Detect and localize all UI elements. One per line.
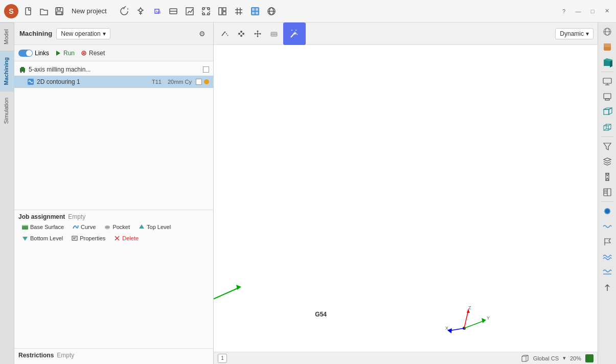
- layout-tool-icon[interactable]: [215, 4, 230, 18]
- book-icon[interactable]: [600, 185, 614, 199]
- front-view-icon[interactable]: [600, 40, 614, 54]
- main-toolbar: N1: [117, 4, 559, 18]
- global-cs-chevron-icon[interactable]: ▾: [563, 355, 566, 361]
- delete-button[interactable]: Delete: [110, 234, 142, 243]
- links-toggle[interactable]: Links: [18, 50, 49, 57]
- magic-wand-button[interactable]: [283, 22, 306, 45]
- bottom-bar-right: Global CS ▾ 20%: [521, 354, 594, 362]
- save-file-icon[interactable]: [53, 5, 65, 17]
- chart-tool-icon[interactable]: [182, 4, 197, 18]
- contouring-label: 2D contouring 1: [37, 78, 148, 85]
- vp-points-icon[interactable]: [234, 27, 248, 41]
- svg-rect-87: [604, 94, 611, 99]
- solid-view-icon[interactable]: [600, 55, 614, 70]
- contouring-checkbox[interactable]: [196, 79, 202, 85]
- main-area: Model Machining Simulation Machining New…: [0, 22, 616, 364]
- svg-point-41: [238, 33, 240, 35]
- svg-line-67: [464, 321, 485, 328]
- move-tool-icon[interactable]: N1: [150, 4, 164, 18]
- svg-rect-34: [72, 236, 77, 240]
- tab-machining[interactable]: Machining: [0, 51, 14, 91]
- layers-icon[interactable]: [600, 154, 614, 169]
- base-surface-button[interactable]: Base Surface: [18, 222, 67, 232]
- grid-tool-icon[interactable]: [232, 4, 246, 18]
- machine-checkbox[interactable]: [203, 66, 209, 73]
- svg-point-4: [139, 9, 142, 12]
- tree-item-contouring[interactable]: 2D contouring 1 T11 20mm Cy: [14, 76, 213, 88]
- delete-icon: [113, 235, 121, 242]
- water-icon[interactable]: [600, 250, 614, 264]
- hatch-icon[interactable]: [600, 204, 614, 218]
- svg-point-54: [291, 30, 292, 31]
- bottom-level-button[interactable]: Bottom Level: [18, 234, 66, 243]
- globe-tool-icon[interactable]: [264, 4, 279, 18]
- top-level-button[interactable]: Top Level: [135, 222, 174, 232]
- svg-rect-17: [223, 12, 226, 15]
- minimize-button[interactable]: —: [573, 6, 583, 16]
- pan-tool-icon[interactable]: [133, 4, 148, 18]
- maximize-button[interactable]: □: [587, 6, 598, 16]
- wave2-icon[interactable]: [600, 265, 614, 280]
- tree-item-machine[interactable]: 5-axis milling machin...: [14, 63, 213, 76]
- titlebar: S New project: [0, 0, 616, 22]
- arrow-up-icon[interactable]: [600, 281, 614, 295]
- svg-rect-14: [202, 8, 210, 15]
- top-level-label: Top Level: [147, 224, 171, 230]
- contouring-tag2: 20mm Cy: [166, 78, 194, 85]
- filter-icon[interactable]: [600, 139, 614, 153]
- app-logo[interactable]: S: [4, 4, 18, 18]
- svg-rect-24: [21, 67, 24, 69]
- monitor-front-icon[interactable]: [600, 74, 614, 88]
- tab-model[interactable]: Model: [0, 22, 14, 51]
- svg-text:N1: N1: [156, 10, 162, 14]
- svg-point-43: [242, 33, 244, 35]
- vp-nodes-icon[interactable]: [250, 27, 265, 41]
- monitor-side-icon[interactable]: [600, 89, 614, 104]
- zoom-label: 20%: [570, 355, 581, 361]
- coord-system-icon: [521, 354, 529, 362]
- cut-tool-icon[interactable]: [166, 4, 180, 18]
- help-button[interactable]: ?: [559, 6, 569, 16]
- pocket-button[interactable]: Pocket: [101, 222, 133, 232]
- tab-simulation[interactable]: Simulation: [0, 91, 14, 130]
- properties-button[interactable]: Properties: [68, 234, 108, 243]
- close-button[interactable]: ✕: [602, 6, 612, 16]
- run-button[interactable]: Run: [55, 50, 75, 57]
- render-tool-icon[interactable]: [248, 4, 262, 18]
- reset-button[interactable]: Reset: [81, 50, 105, 57]
- job-assignment-section: Job assignment Empty Base Surface Curve: [14, 210, 213, 246]
- contouring-status-dot: [204, 79, 209, 84]
- svg-rect-23: [20, 68, 25, 72]
- 3d-viewport[interactable]: Dynamic ▾: [214, 22, 598, 364]
- wave-icon[interactable]: [600, 219, 614, 234]
- job-assignment-title: Job assignment: [18, 213, 65, 220]
- box-3d-icon[interactable]: [600, 105, 614, 119]
- sphere-icon[interactable]: [600, 25, 614, 39]
- svg-marker-91: [609, 108, 612, 115]
- svg-point-56: [295, 30, 296, 31]
- settings-button[interactable]: ⚙: [196, 28, 208, 40]
- svg-rect-2: [57, 8, 60, 10]
- curve-button[interactable]: Curve: [69, 222, 99, 232]
- rotate-tool-icon[interactable]: [117, 4, 131, 18]
- new-file-icon[interactable]: [22, 5, 35, 17]
- svg-point-55: [296, 34, 298, 35]
- left-panel: Machining New operation ▾ ⚙ Links Run Re…: [14, 22, 214, 364]
- vp-surface-icon[interactable]: [267, 27, 281, 41]
- links-toggle-switch[interactable]: [18, 50, 33, 57]
- vp-line-icon[interactable]: [218, 27, 232, 41]
- svg-marker-98: [604, 143, 611, 150]
- svg-rect-0: [26, 8, 31, 15]
- svg-rect-80: [604, 43, 611, 47]
- reset-label: Reset: [89, 50, 105, 57]
- divider-2: [601, 136, 613, 137]
- open-file-icon[interactable]: [38, 5, 50, 17]
- new-operation-button[interactable]: New operation ▾: [56, 28, 110, 39]
- svg-point-42: [240, 31, 242, 33]
- tie-icon[interactable]: [600, 170, 614, 184]
- flag-icon[interactable]: [600, 235, 614, 249]
- group-tool-icon[interactable]: [199, 4, 213, 18]
- box-wire-icon[interactable]: [600, 120, 614, 134]
- dynamic-select[interactable]: Dynamic ▾: [555, 28, 594, 39]
- svg-rect-16: [223, 8, 226, 11]
